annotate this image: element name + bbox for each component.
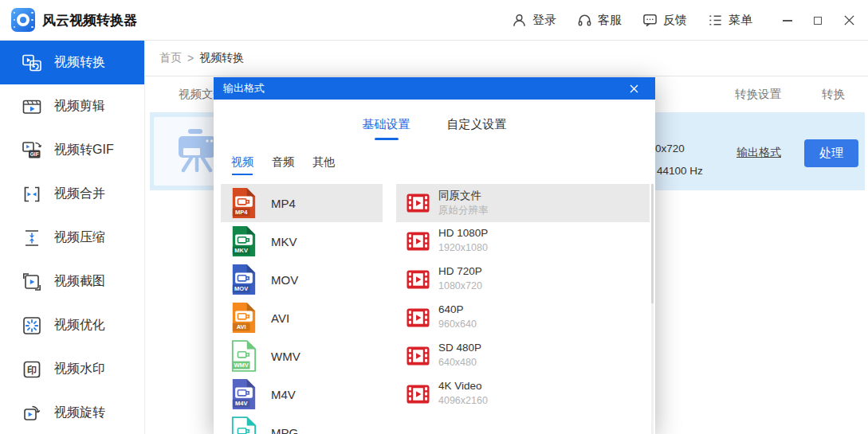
file-audio-text: 44100 Hz: [657, 165, 703, 177]
format-label: MOV: [271, 273, 298, 287]
sidebar-item-screenshot[interactable]: 视频截图: [0, 260, 144, 303]
close-button[interactable]: [843, 14, 855, 26]
sidebar-item-optimize[interactable]: 视频优化: [0, 303, 144, 347]
file-format-icon: AVI: [230, 302, 257, 334]
sidebar-item-label: 视频优化: [54, 317, 105, 334]
video-clip-icon: [22, 96, 42, 117]
subtab-other[interactable]: 其他: [312, 155, 335, 175]
format-item-wmv[interactable]: WMVWMV: [221, 337, 383, 375]
filmstrip-icon: [407, 193, 430, 213]
minimize-icon: [783, 20, 792, 22]
resolution-subtitle: 1920x1080: [438, 242, 488, 253]
breadcrumb-separator: >: [187, 52, 194, 65]
titlebar: 风云视频转换器 登录 客服 反馈 菜单: [0, 0, 868, 41]
filmstrip-icon: [407, 346, 430, 366]
subtab-audio[interactable]: 音频: [272, 155, 294, 175]
svg-text:MOV: MOV: [234, 285, 248, 292]
video-screenshot-icon: [22, 272, 42, 292]
file-format-icon: MPG: [230, 416, 257, 434]
settings-tabs: 基础设置 自定义设置: [214, 117, 655, 140]
format-label: MKV: [271, 235, 297, 248]
menu-icon: [708, 13, 723, 28]
modal-title: 输出格式: [223, 81, 265, 96]
close-icon: [843, 14, 855, 26]
resolution-title: 同原文件: [438, 189, 481, 203]
format-label: M4V: [271, 388, 296, 401]
login-button[interactable]: 登录: [512, 13, 556, 28]
customer-service-label: 客服: [598, 13, 622, 28]
tab-custom-settings[interactable]: 自定义设置: [447, 117, 507, 140]
resolution-title: 640P: [438, 303, 464, 315]
svg-text:MP4: MP4: [235, 209, 248, 216]
format-list: MP4MP4MKVMKVMOVMOVAVIAVIWMVWMVM4VM4VMPGM…: [221, 184, 383, 434]
format-item-mp4[interactable]: MP4MP4: [221, 184, 383, 222]
resolution-subtitle: 640x480: [438, 357, 477, 368]
sidebar-item-compress[interactable]: 视频压缩: [0, 216, 144, 260]
svg-text:GIF: GIF: [30, 151, 39, 157]
breadcrumb-home[interactable]: 首页: [159, 51, 182, 65]
process-button[interactable]: 处理: [804, 139, 858, 167]
sidebar-item-convert[interactable]: 视频转换: [0, 41, 144, 84]
sidebar-item-label: 视频水印: [54, 361, 105, 377]
login-label: 登录: [532, 13, 556, 28]
resolution-subtitle: 原始分辨率: [438, 204, 489, 217]
maximize-button[interactable]: [814, 17, 822, 25]
resolution-item-hd-720p[interactable]: HD 720P1080x720: [396, 260, 650, 299]
subtab-video[interactable]: 视频: [231, 155, 253, 175]
sidebar-item-label: 视频剪辑: [54, 98, 105, 115]
resolution-item-hd-1080p[interactable]: HD 1080P1920x1080: [396, 222, 650, 260]
sidebar-item-watermark[interactable]: 印视频水印: [0, 347, 144, 391]
sidebar-item-label: 视频截图: [54, 273, 105, 290]
format-item-m4v[interactable]: M4VM4V: [221, 375, 383, 413]
video-to-gif-icon: GIF: [22, 140, 42, 161]
video-merge-icon: [22, 184, 42, 205]
app-logo-icon: [11, 8, 35, 32]
sidebar-item-clip[interactable]: 视频剪辑: [0, 84, 144, 128]
resolution-title: HD 720P: [438, 265, 482, 277]
modal-close-button[interactable]: [629, 84, 646, 94]
format-item-mpg[interactable]: MPGMPG: [221, 413, 383, 434]
menu-button[interactable]: 菜单: [708, 13, 752, 28]
video-watermark-icon: 印: [22, 359, 42, 380]
resolution-list: 同原文件原始分辨率HD 1080P1920x1080HD 720P1080x72…: [396, 184, 650, 413]
resolution-item-4k-video[interactable]: 4K Video4096x2160: [396, 375, 650, 413]
format-item-avi[interactable]: AVIAVI: [221, 299, 383, 337]
sidebar: 视频转换视频剪辑GIF视频转GIF视频合并视频压缩视频截图视频优化印视频水印视频…: [0, 41, 145, 434]
resolution-subtitle: 960x640: [438, 319, 477, 330]
breadcrumb: 首页 > 视频转换: [145, 41, 868, 76]
file-format-icon: MKV: [230, 225, 257, 257]
output-format-link[interactable]: 输出格式: [736, 146, 781, 160]
column-header-convert-settings: 转换设置: [735, 76, 781, 111]
tab-basic-settings[interactable]: 基础设置: [363, 117, 410, 140]
file-format-icon: MOV: [230, 264, 257, 295]
file-format-icon: WMV: [230, 340, 257, 372]
modal-scrollbar[interactable]: [651, 184, 654, 434]
resolution-item-640p[interactable]: 640P960x640: [396, 299, 650, 337]
resolution-item-sd-480p[interactable]: SD 480P640x480: [396, 337, 650, 375]
modal-header: 输出格式: [214, 77, 655, 100]
media-subtabs: 视频 音频 其他: [231, 155, 335, 175]
sidebar-item-label: 视频压缩: [54, 229, 105, 246]
customer-service-button[interactable]: 客服: [577, 13, 622, 28]
scrollbar-thumb[interactable]: [651, 184, 654, 303]
svg-text:WMV: WMV: [234, 362, 248, 369]
filmstrip-icon: [407, 269, 430, 290]
format-label: MP4: [271, 197, 296, 210]
sidebar-item-to-gif[interactable]: GIF视频转GIF: [0, 128, 144, 172]
format-item-mov[interactable]: MOVMOV: [221, 260, 383, 299]
sidebar-item-rotate[interactable]: 视频旋转: [0, 391, 144, 434]
sidebar-item-label: 视频转GIF: [54, 142, 114, 158]
resolution-subtitle: 1080x720: [438, 280, 482, 291]
filmstrip-icon: [407, 307, 430, 328]
sidebar-item-merge[interactable]: 视频合并: [0, 172, 144, 216]
resolution-item-same-as-source[interactable]: 同原文件原始分辨率: [396, 184, 650, 222]
svg-text:AVI: AVI: [237, 323, 246, 330]
sidebar-item-label: 视频合并: [54, 186, 105, 202]
feedback-button[interactable]: 反馈: [642, 13, 687, 28]
resolution-title: 4K Video: [438, 380, 482, 392]
minimize-button[interactable]: [783, 20, 792, 22]
svg-text:印: 印: [27, 364, 37, 375]
format-item-mkv[interactable]: MKVMKV: [221, 222, 383, 260]
resolution-subtitle: 4096x2160: [438, 395, 488, 406]
filmstrip-icon: [407, 384, 430, 405]
